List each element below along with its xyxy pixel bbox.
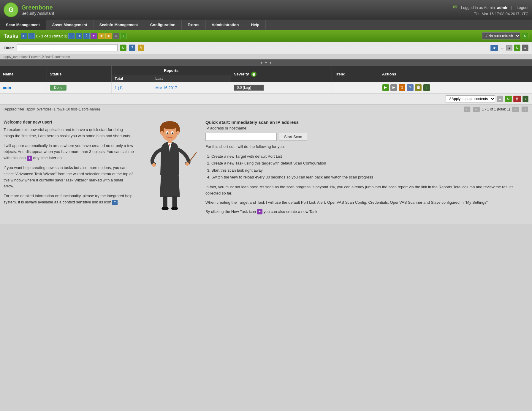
th-status: Status [47, 66, 112, 82]
reports-last-link[interactable]: Mar 16 2017 [155, 86, 177, 90]
svg-point-3 [161, 121, 178, 129]
first-page-btn[interactable]: ⇤ [21, 33, 27, 39]
th-name: Name [0, 66, 47, 82]
severity-eye-icon[interactable]: ◉ [251, 72, 256, 77]
wizard-inline-icon: ✦ [27, 156, 32, 161]
task-trend-cell [332, 82, 379, 93]
separator: | [511, 5, 512, 10]
next-page-btn[interactable]: → [68, 33, 75, 39]
filter-refresh-btn[interactable]: ↻ [120, 45, 126, 51]
reports-total-link[interactable]: 1 (1) [115, 86, 123, 90]
svg-rect-16 [163, 196, 167, 208]
svg-rect-21 [174, 207, 176, 209]
filter-up-btn[interactable]: ▲ [506, 45, 512, 50]
action-export-btn[interactable]: ↓ [423, 84, 430, 91]
nav-scan-management[interactable]: Scan Management [0, 20, 46, 30]
header-right: ✉ Logged in as Admin admin | Logout Thu … [453, 4, 528, 16]
quickstart-para1: In fact, you must not lean back. As soon… [205, 184, 528, 197]
applied-filter-text: (Applied filter: apply_overrides=1 rows=… [4, 107, 100, 111]
filter-new-btn[interactable]: ✎ [138, 45, 144, 51]
action-delete-btn[interactable]: 🗑 [399, 84, 405, 91]
pg-first-btn[interactable]: ⇤ [464, 106, 471, 112]
nav-extras[interactable]: Extras [182, 20, 206, 30]
refresh-select[interactable]: √ No auto-refresh 30 seconds 60 seconds [482, 32, 520, 39]
bottom-delete-btn[interactable]: 🗑 [513, 96, 521, 102]
list-icon-btn[interactable]: ≡ [113, 33, 119, 39]
task-reports-last-cell: Mar 16 2017 [152, 82, 231, 93]
apply-to-contents-select[interactable]: √ Apply to page contents Apply to all [446, 95, 495, 102]
pg-next-btn[interactable]: → [512, 107, 519, 112]
filter-input[interactable] [17, 44, 118, 51]
ip-input-row: Start Scan [205, 133, 528, 141]
action-play-btn[interactable]: ▶ [382, 84, 389, 91]
action-clone-btn[interactable]: 📋 [415, 84, 422, 91]
help-inline-icon: ? [112, 200, 118, 205]
welcome-para4: For more detailed information on functio… [4, 193, 134, 206]
collapse-row: ▼ ▼ ▼ [0, 59, 532, 66]
nav-configuration[interactable]: Configuration [144, 20, 182, 30]
applied-filter: (Applied filter: apply_overrides=1 rows=… [0, 104, 532, 114]
main-content: Welcome dear new user! To explore this p… [0, 114, 532, 224]
filter-bar: Filter: ↻ ? ✎ ★ -- ▲ ↻ ≡ [0, 42, 532, 54]
filter-label: Filter: [4, 46, 14, 50]
pagination-info: 1 - 1 of 1 (total: 1) [36, 34, 68, 38]
prev-page-btn[interactable]: ← [28, 33, 35, 39]
bottom-export-btn[interactable]: ↓ [522, 96, 528, 102]
nav-secinfo-management[interactable]: SecInfo Management [94, 20, 144, 30]
datetime: Thu Mar 16 17:08:04 2017 UTC [453, 12, 528, 16]
th-actions: Actions [379, 66, 532, 82]
last-page-btn[interactable]: ⇥ [76, 33, 82, 39]
logout-button[interactable]: Logout [517, 5, 528, 10]
logo-icon: G [4, 2, 18, 17]
filter-apply-btn[interactable]: ↻ [514, 45, 520, 51]
tasks-table: Name Status Reports Severity ◉ Trend Act… [0, 66, 532, 93]
th-reports-total: Total [112, 75, 152, 82]
admin-name: admin [497, 5, 508, 10]
download-icon-btn[interactable]: ↓ [120, 33, 127, 39]
nav-administration[interactable]: Administration [206, 20, 245, 30]
th-reports: Reports [112, 66, 231, 75]
wizard-icon-btn[interactable]: ✦ [91, 33, 97, 39]
start-scan-button[interactable]: Start Scan [279, 133, 307, 141]
filter-string: apply_overrides=1 rows=10 first=1 sort=n… [0, 54, 532, 59]
filter-list-btn[interactable]: ≡ [522, 45, 528, 51]
new-task-icon-btn[interactable]: ★ [98, 33, 104, 39]
pg-prev-btn[interactable]: ← [473, 107, 480, 112]
action-edit-btn[interactable]: ✎ [407, 84, 414, 91]
svg-point-11 [172, 132, 173, 134]
assistant-svg [143, 120, 197, 215]
quickstart-para2: When creating the Target and Task I will… [205, 200, 528, 206]
task-actions-cell: ▶ ▶ 🗑 ✎ 📋 ↓ [379, 82, 532, 93]
quickstart-step-4: Switch the view to reload every 30 secon… [211, 174, 528, 181]
help-icon-btn[interactable]: ? [83, 33, 90, 39]
quickstart-step-2: Create a new Task using this target with… [211, 160, 528, 167]
nav-asset-management[interactable]: Asset Management [46, 20, 93, 30]
task-name-link[interactable]: auto [3, 86, 11, 90]
refresh-btn[interactable]: ↻ [522, 33, 528, 39]
tasks-bar: Tasks ⇤ ← 1 - 1 of 1 (total: 1) → ⇥ ? ✦ … [0, 30, 532, 42]
pg-last-btn[interactable]: ⇥ [521, 106, 528, 112]
filter-star-btn[interactable]: ★ [490, 45, 498, 51]
refresh-area: √ No auto-refresh 30 seconds 60 seconds … [482, 32, 528, 39]
nav-help[interactable]: Help [245, 20, 265, 30]
bottom-refresh-btn[interactable]: ↻ [505, 96, 512, 102]
svg-rect-12 [168, 140, 172, 143]
welcome-title: Welcome dear new user! [4, 120, 134, 124]
th-severity: Severity ◉ [231, 66, 332, 82]
action-resume-btn[interactable]: ▶ [390, 84, 397, 91]
new-task2-icon-btn[interactable]: ★ [105, 33, 112, 39]
toolbar-buttons: ⇤ ← 1 - 1 of 1 (total: 1) → ⇥ ? ✦ ★ ★ ≡ … [21, 33, 127, 39]
task-status-cell: Done [47, 82, 112, 93]
app-subtitle: Security Assistant [21, 11, 54, 16]
apply-arrow-btn[interactable]: ▲ [497, 96, 503, 102]
assistant-image [143, 120, 197, 218]
ip-input[interactable] [205, 133, 277, 141]
quickstart-para3-end: you can also create a new Task [264, 209, 317, 214]
svg-text:G: G [8, 6, 13, 13]
filter-section: Filter: ↻ ? ✎ ★ -- ▲ ↻ ≡ apply_overrides… [0, 42, 532, 59]
pg-info: 1 - 1 of 1 (total: 1) [482, 107, 510, 111]
table-row: auto Done 1 (1) Mar 16 2017 0.0 (Log) ▶ … [0, 82, 532, 93]
filter-help-btn[interactable]: ? [129, 45, 135, 51]
task-reports-total-cell: 1 (1) [112, 82, 152, 93]
th-reports-last: Last [152, 75, 231, 82]
